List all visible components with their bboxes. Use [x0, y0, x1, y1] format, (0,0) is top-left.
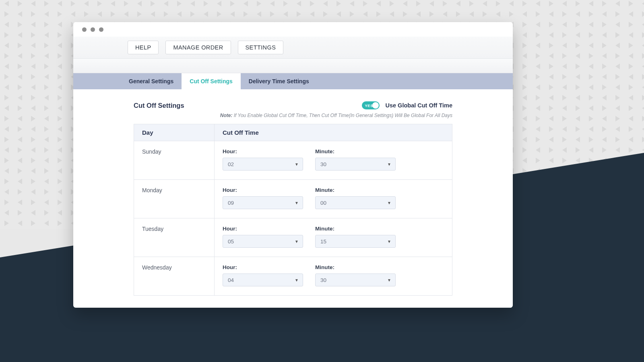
- content-area: Cut Off Settings YES Use Global Cut Off …: [73, 89, 513, 308]
- minute-value: 00: [320, 200, 326, 206]
- help-button[interactable]: HELP: [128, 41, 159, 54]
- chevron-down-icon: ▼: [295, 201, 299, 205]
- top-toolbar: HELP MANAGE ORDER SETTINGS: [73, 37, 513, 59]
- minute-value: 30: [320, 277, 326, 283]
- chevron-down-icon: ▼: [295, 162, 299, 167]
- app-window: HELP MANAGE ORDER SETTINGS General Setti…: [73, 22, 513, 308]
- time-cell: Hour:02▼Minute:30▼: [215, 141, 452, 180]
- window-dot-icon: [99, 27, 103, 32]
- table-row: TuesdayHour:05▼Minute:15▼: [134, 218, 452, 257]
- minute-select[interactable]: 30▼: [315, 274, 396, 286]
- hour-select[interactable]: 05▼: [223, 235, 303, 248]
- hour-value: 04: [228, 277, 234, 283]
- day-cell: Tuesday: [134, 218, 215, 257]
- time-cell: Hour:09▼Minute:00▼: [215, 180, 452, 218]
- hour-select[interactable]: 04▼: [223, 274, 303, 286]
- manage-order-button[interactable]: MANAGE ORDER: [165, 41, 231, 54]
- hour-select[interactable]: 02▼: [223, 158, 303, 171]
- hour-select[interactable]: 09▼: [223, 196, 303, 209]
- chevron-down-icon: ▼: [387, 201, 391, 205]
- global-cutoff-toggle[interactable]: YES: [362, 101, 380, 109]
- hour-label: Hour:: [223, 187, 303, 193]
- hour-label: Hour:: [223, 226, 303, 232]
- chevron-down-icon: ▼: [387, 162, 391, 167]
- tab-general-settings[interactable]: General Settings: [121, 73, 182, 89]
- toggle-knob-icon: [372, 102, 379, 109]
- table-row: SundayHour:02▼Minute:30▼: [134, 141, 452, 180]
- minute-select[interactable]: 15▼: [315, 235, 396, 248]
- cutoff-table: Day Cut Off Time SundayHour:02▼Minute:30…: [134, 124, 452, 296]
- hour-value: 05: [228, 239, 234, 245]
- window-dot-icon: [82, 27, 87, 32]
- note-body: If You Enable Global Cut Off Time, Then …: [234, 113, 452, 118]
- table-row: MondayHour:09▼Minute:00▼: [134, 180, 452, 218]
- day-cell: Monday: [134, 180, 215, 218]
- col-header-day: Day: [134, 124, 215, 141]
- toggle-state-label: YES: [363, 103, 373, 108]
- hour-value: 09: [228, 200, 234, 206]
- tab-delivery-time-settings[interactable]: Delivery Time Settings: [241, 73, 317, 89]
- tab-cut-off-settings[interactable]: Cut Off Settings: [182, 73, 241, 89]
- chevron-down-icon: ▼: [295, 278, 299, 282]
- sub-toolbar: [73, 59, 513, 73]
- minute-select[interactable]: 00▼: [315, 196, 396, 209]
- chevron-down-icon: ▼: [295, 239, 299, 244]
- minute-label: Minute:: [315, 226, 396, 232]
- time-cell: Hour:04▼Minute:30▼: [215, 257, 452, 296]
- hour-value: 02: [228, 161, 234, 167]
- page-title: Cut Off Settings: [134, 102, 184, 109]
- minute-label: Minute:: [315, 148, 396, 154]
- minute-value: 30: [320, 161, 326, 167]
- minute-label: Minute:: [315, 187, 396, 193]
- settings-button[interactable]: SETTINGS: [238, 41, 284, 54]
- day-cell: Sunday: [134, 141, 215, 180]
- col-header-time: Cut Off Time: [215, 124, 452, 141]
- window-chrome: [73, 22, 513, 37]
- note-label: Note:: [220, 113, 233, 118]
- hour-label: Hour:: [223, 148, 303, 154]
- chevron-down-icon: ▼: [387, 239, 391, 244]
- tab-strip: General SettingsCut Off SettingsDelivery…: [73, 73, 513, 89]
- table-row: WednesdayHour:04▼Minute:30▼: [134, 257, 452, 296]
- toggle-caption: Use Global Cut Off Time: [385, 102, 452, 109]
- day-cell: Wednesday: [134, 257, 215, 296]
- hour-label: Hour:: [223, 264, 303, 270]
- minute-value: 15: [320, 239, 326, 245]
- window-dot-icon: [91, 27, 95, 32]
- time-cell: Hour:05▼Minute:15▼: [215, 218, 452, 257]
- minute-select[interactable]: 30▼: [315, 158, 396, 171]
- minute-label: Minute:: [315, 264, 396, 270]
- chevron-down-icon: ▼: [387, 278, 391, 282]
- note-text: Note: If You Enable Global Cut Off Time,…: [134, 113, 452, 118]
